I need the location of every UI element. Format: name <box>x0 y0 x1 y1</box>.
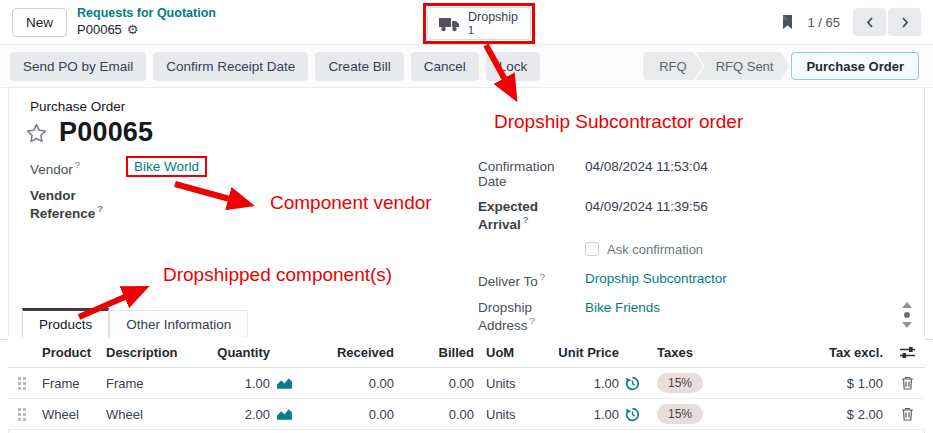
optional-columns-icon[interactable] <box>900 346 915 359</box>
forecast-chart-icon[interactable] <box>276 407 293 421</box>
table-row[interactable]: Frame Frame 1.00 0.00 0.00 Units 1.00 15… <box>8 368 925 399</box>
col-header-quantity[interactable]: Quantity <box>205 345 270 360</box>
cell-description[interactable]: Wheel <box>100 407 205 422</box>
cell-quantity[interactable]: 1.00 <box>205 376 270 391</box>
expected-arrival-field: Expected Arrival? 04/09/2024 11:39:56 <box>478 199 828 232</box>
delete-row-icon[interactable] <box>901 407 914 421</box>
help-icon: ? <box>540 271 545 282</box>
vendor-label: Vendor? <box>30 159 133 177</box>
cell-product[interactable]: Wheel <box>36 407 100 422</box>
status-bar: RFQ RFQ Sent Purchase Order <box>643 52 919 80</box>
dropship-stat-label: Dropship <box>468 10 518 24</box>
scroll-down-icon[interactable] <box>902 322 912 328</box>
notebook-tabs: Products Other Information <box>0 312 933 340</box>
doc-type-label: Purchase Order <box>30 99 125 114</box>
ask-confirmation-checkbox[interactable] <box>585 242 599 256</box>
ask-confirmation-label: Ask confirmation <box>607 242 703 257</box>
confirmation-date-label: Confirmation Date <box>478 159 585 189</box>
dropship-stat-button[interactable]: Dropship 1 <box>427 7 531 40</box>
cell-uom[interactable]: Units <box>474 407 549 422</box>
col-header-product[interactable]: Product <box>36 345 100 360</box>
order-lines-table: Product Description Quantity Received Bi… <box>8 337 925 430</box>
col-header-received[interactable]: Received <box>304 345 394 360</box>
table-header-row: Product Description Quantity Received Bi… <box>8 337 925 368</box>
cell-billed[interactable]: 0.00 <box>394 376 474 391</box>
lock-button[interactable]: Lock <box>486 52 541 81</box>
delete-row-icon[interactable] <box>901 376 914 390</box>
annotation-component-vendor: Component vendor <box>270 192 432 214</box>
tab-products[interactable]: Products <box>22 308 109 340</box>
table-row[interactable]: Wheel Wheel 2.00 0.00 0.00 Units 1.00 15… <box>8 399 925 430</box>
price-history-icon[interactable] <box>625 376 640 391</box>
drag-handle-icon[interactable] <box>18 408 26 421</box>
cell-unit-price[interactable]: 1.00 <box>549 376 619 391</box>
cell-billed[interactable]: 0.00 <box>394 407 474 422</box>
confirmation-date-field: Confirmation Date 04/08/2024 11:53:04 <box>478 159 828 189</box>
tab-other-information[interactable]: Other Information <box>109 310 248 339</box>
deliver-to-label: Deliver To? <box>478 271 585 289</box>
status-step-rfq-sent[interactable]: RFQ Sent <box>696 52 790 80</box>
tax-badge[interactable]: 15% <box>657 373 703 393</box>
truck-icon <box>438 16 460 32</box>
breadcrumb-current: P00065 ⚙ <box>77 22 216 39</box>
vendor-value-link[interactable]: Bike World <box>134 159 199 174</box>
action-toolbar: Send PO by Email Confirm Receipt Date Cr… <box>0 44 933 88</box>
page-title: P00065 <box>59 117 153 148</box>
cell-product[interactable]: Frame <box>36 376 100 391</box>
bookmark-icon[interactable] <box>781 14 794 30</box>
drag-handle-icon[interactable] <box>18 377 26 390</box>
vendor-field: Vendor? Bike World <box>30 159 470 178</box>
dropship-stat-count: 1 <box>468 24 518 37</box>
col-header-uom[interactable]: UoM <box>474 345 549 360</box>
top-header: New Requests for Quotation P00065 ⚙ Drop… <box>0 0 933 44</box>
cell-subtotal: $ 1.00 <box>809 376 889 391</box>
row-scroll-widget <box>902 302 912 328</box>
scroll-dot-icon <box>904 312 910 318</box>
confirmation-date-value: 04/08/2024 11:53:04 <box>585 159 708 174</box>
status-step-purchase-order[interactable]: Purchase Order <box>791 52 919 80</box>
breadcrumb-parent-link[interactable]: Requests for Quotation <box>77 5 216 21</box>
prev-record-button[interactable] <box>853 8 886 36</box>
chevron-right-icon <box>900 16 910 29</box>
col-header-description[interactable]: Description <box>100 345 205 360</box>
vendor-reference-label: Vendor Reference? <box>30 188 133 221</box>
ask-confirmation-field: Ask confirmation <box>478 242 828 261</box>
cell-quantity[interactable]: 2.00 <box>205 407 270 422</box>
gear-icon[interactable]: ⚙ <box>127 22 139 39</box>
col-header-tax-excl[interactable]: Tax excl. <box>809 345 889 360</box>
create-bill-button[interactable]: Create Bill <box>315 52 403 81</box>
status-step-rfq[interactable]: RFQ <box>643 52 702 80</box>
cell-received[interactable]: 0.00 <box>304 376 394 391</box>
cell-unit-price[interactable]: 1.00 <box>549 407 619 422</box>
col-header-billed[interactable]: Billed <box>394 345 474 360</box>
tax-badge[interactable]: 15% <box>657 404 703 424</box>
expected-arrival-input[interactable]: 04/09/2024 11:39:56 <box>585 199 708 214</box>
new-button[interactable]: New <box>12 8 67 37</box>
help-icon: ? <box>523 214 529 225</box>
deliver-to-value-link[interactable]: Dropship Subcontractor <box>585 271 727 286</box>
confirm-receipt-date-button[interactable]: Confirm Receipt Date <box>153 52 308 81</box>
chevron-left-icon <box>865 16 875 29</box>
annotation-dropship-subcontractor-order: Dropship Subcontractor order <box>494 111 743 133</box>
cancel-button[interactable]: Cancel <box>411 52 479 81</box>
next-record-button[interactable] <box>888 8 921 36</box>
record-pager: 1 / 65 <box>807 15 840 30</box>
cell-description[interactable]: Frame <box>100 376 205 391</box>
send-po-by-email-button[interactable]: Send PO by Email <box>10 52 146 81</box>
help-icon: ? <box>75 159 80 170</box>
annotation-red-box-vendor: Bike World <box>126 156 207 177</box>
cell-uom[interactable]: Units <box>474 376 549 391</box>
favorite-star-icon[interactable] <box>26 123 47 143</box>
breadcrumb: Requests for Quotation P00065 ⚙ <box>77 5 216 38</box>
form-sheet: Purchase Order P00065 Vendor? Bike World… <box>0 88 933 433</box>
scroll-up-icon[interactable] <box>902 302 912 308</box>
help-icon: ? <box>97 203 103 214</box>
forecast-chart-icon[interactable] <box>276 376 293 390</box>
price-history-icon[interactable] <box>625 407 640 422</box>
expected-arrival-label: Expected Arrival? <box>478 199 585 232</box>
annotation-red-box-dropship: Dropship 1 <box>423 3 535 44</box>
col-header-taxes[interactable]: Taxes <box>649 345 809 360</box>
cell-received[interactable]: 0.00 <box>304 407 394 422</box>
deliver-to-field: Deliver To? Dropship Subcontractor <box>478 271 828 290</box>
col-header-unit-price[interactable]: Unit Price <box>549 345 619 360</box>
